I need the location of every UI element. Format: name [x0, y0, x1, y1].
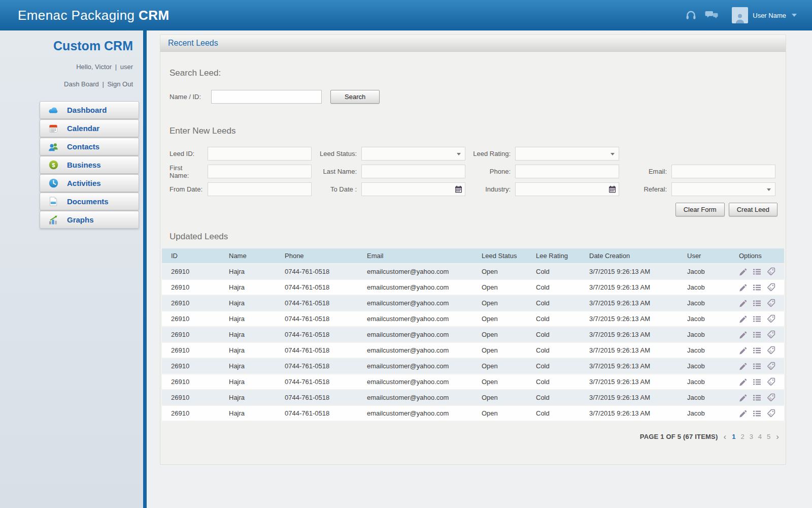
from-date-field[interactable] — [208, 182, 312, 196]
cell-date-creation: 3/7/2015 9:26:13 AM — [580, 295, 678, 311]
tag-icon[interactable] — [767, 330, 775, 339]
details-icon[interactable] — [753, 409, 761, 418]
edit-icon[interactable] — [739, 394, 747, 402]
leed-id-input[interactable] — [208, 147, 311, 160]
cell-date-creation: 3/7/2015 9:26:13 AM — [580, 390, 678, 405]
details-icon[interactable] — [753, 362, 761, 370]
signout-link[interactable]: Sign Out — [107, 80, 133, 88]
cell-id: 26910 — [162, 358, 220, 374]
referal-select[interactable] — [671, 182, 775, 196]
from-date-input[interactable] — [208, 183, 311, 196]
sidebar-item-activities[interactable]: Activities — [40, 174, 139, 192]
calendar-picker-icon[interactable] — [608, 185, 616, 195]
details-icon[interactable] — [753, 315, 761, 323]
cell-email: emailcustomer@yahoo.com — [358, 279, 472, 295]
cell-name: Hajra — [220, 405, 276, 421]
leed-id-field[interactable] — [208, 147, 312, 161]
edit-icon[interactable] — [739, 362, 747, 370]
email-field[interactable] — [671, 165, 775, 178]
edit-icon[interactable] — [739, 315, 747, 323]
user-menu[interactable]: User Name — [732, 7, 797, 23]
cell-id: 26910 — [162, 374, 220, 390]
phone-field[interactable] — [515, 165, 619, 178]
page-number-4[interactable]: 4 — [758, 433, 762, 440]
cell-user: Jacob — [678, 390, 730, 405]
edit-icon[interactable] — [739, 346, 747, 355]
cell-date-creation: 3/7/2015 9:26:13 AM — [580, 342, 678, 358]
headset-icon[interactable] — [685, 10, 697, 20]
leed-rating-select[interactable] — [515, 147, 619, 161]
tag-icon[interactable] — [767, 346, 775, 355]
page-number-3[interactable]: 3 — [750, 433, 753, 440]
tag-icon[interactable] — [767, 314, 775, 323]
last-name-field[interactable] — [361, 165, 465, 178]
to-date-input[interactable] — [362, 183, 453, 196]
cell-email: emailcustomer@yahoo.com — [358, 374, 472, 390]
next-page-icon[interactable]: › — [776, 432, 779, 441]
industry-field[interactable] — [515, 182, 619, 196]
details-icon[interactable] — [753, 394, 761, 402]
industry-input[interactable] — [516, 183, 607, 196]
sidebar-menu: Dashboard Calendar Contacts $ Business — [0, 101, 143, 229]
tag-icon[interactable] — [767, 267, 775, 276]
name-id-input[interactable] — [211, 90, 322, 104]
tag-icon[interactable] — [767, 409, 775, 418]
search-button[interactable]: Search — [330, 90, 380, 104]
details-icon[interactable] — [753, 331, 761, 339]
email-input[interactable] — [672, 165, 775, 178]
sidebar-item-documents[interactable]: Documents — [40, 193, 139, 210]
tag-icon[interactable] — [767, 377, 775, 386]
prev-page-icon[interactable]: ‹ — [723, 432, 726, 441]
chevron-down-icon — [611, 153, 615, 155]
avatar — [732, 7, 748, 23]
details-icon[interactable] — [753, 299, 761, 307]
edit-icon[interactable] — [739, 268, 747, 276]
cell-options — [730, 374, 784, 390]
tag-icon[interactable] — [767, 362, 775, 370]
sidebar-item-dashboard[interactable]: Dashboard — [40, 101, 139, 119]
page-numbers: 12345 — [732, 433, 770, 440]
sidebar-item-label: Calendar — [67, 124, 99, 133]
sidebar-item-business[interactable]: $ Business — [40, 156, 139, 174]
to-date-field[interactable] — [361, 182, 465, 196]
tag-icon[interactable] — [767, 393, 775, 402]
page-number-2[interactable]: 2 — [740, 433, 744, 440]
cell-lee-rating: Cold — [527, 405, 580, 421]
referal-label: Referal: — [622, 185, 671, 193]
leed-status-select[interactable] — [361, 147, 465, 161]
first-name-field[interactable] — [208, 165, 312, 178]
dashboard-link[interactable]: Dash Board — [64, 80, 99, 88]
edit-icon[interactable] — [739, 409, 747, 418]
sidebar-item-calendar[interactable]: Calendar — [40, 119, 139, 137]
first-name-input[interactable] — [208, 165, 311, 178]
cell-options — [730, 295, 784, 311]
tag-icon[interactable] — [767, 283, 775, 292]
edit-icon[interactable] — [739, 299, 747, 307]
phone-label: Phone: — [468, 168, 515, 175]
details-icon[interactable] — [753, 283, 761, 292]
sidebar-item-graphs[interactable]: Graphs — [40, 211, 139, 229]
cell-phone: 0744-761-0518 — [276, 311, 358, 327]
cell-user: Jacob — [678, 358, 730, 374]
calendar-picker-icon[interactable] — [455, 185, 462, 195]
tag-icon[interactable] — [767, 299, 775, 307]
create-leed-button[interactable]: Creat Leed — [729, 203, 777, 216]
greeting-text: Hello, Victor — [76, 63, 112, 71]
chat-icon[interactable] — [705, 10, 719, 20]
cell-id: 26910 — [162, 327, 220, 342]
page-number-1[interactable]: 1 — [732, 433, 735, 440]
user-role-link[interactable]: user — [120, 63, 133, 71]
edit-icon[interactable] — [739, 378, 747, 386]
last-name-input[interactable] — [362, 165, 465, 178]
leed-rating-label: Leed Rating: — [468, 150, 515, 157]
sidebar-item-contacts[interactable]: Contacts — [40, 138, 139, 155]
edit-icon[interactable] — [739, 283, 747, 292]
details-icon[interactable] — [753, 378, 761, 386]
phone-input[interactable] — [516, 165, 619, 178]
edit-icon[interactable] — [739, 331, 747, 339]
page-number-5[interactable]: 5 — [767, 433, 770, 440]
details-icon[interactable] — [753, 268, 761, 276]
clear-form-button[interactable]: Clear Form — [675, 203, 725, 216]
details-icon[interactable] — [753, 346, 761, 355]
table-row: 26910 Hajra 0744-761-0518 emailcustomer@… — [162, 295, 784, 311]
